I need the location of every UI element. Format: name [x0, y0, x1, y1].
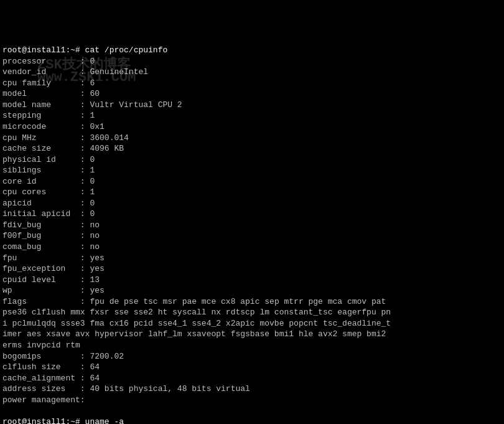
- terminal-line: fpu : yes: [2, 253, 502, 264]
- terminal-line: flags : fpu de pse tsc msr pae mce cx8 a…: [2, 296, 502, 308]
- terminal-line: core id : 0: [2, 176, 502, 187]
- terminal-line: apicid : 0: [2, 198, 502, 209]
- terminal-content: root@install1:~# cat /proc/cpuinfo proce…: [2, 45, 502, 424]
- terminal-line: cpu cores : 1: [2, 187, 502, 198]
- terminal-line: fdiv_bug : no: [2, 220, 502, 231]
- terminal: ZSK技术的博客 www.ZSK1.COM root@install1:~# c…: [0, 0, 504, 424]
- terminal-line: pse36 clflush mmx fxsr sse sse2 ht sysca…: [2, 307, 502, 318]
- terminal-line: stepping : 1: [2, 110, 502, 121]
- terminal-line: model : 60: [2, 88, 502, 100]
- terminal-line: cache size : 4096 KB: [2, 143, 502, 154]
- terminal-line: processor : 0: [2, 56, 502, 67]
- terminal-line: fpu_exception : yes: [2, 263, 502, 275]
- terminal-line: clflush size : 64: [2, 362, 502, 373]
- terminal-line: f00f_bug : no: [2, 230, 502, 242]
- terminal-line: cpu family : 6: [2, 78, 502, 89]
- terminal-line: [2, 405, 502, 417]
- terminal-line: root@install1:~# cat /proc/cpuinfo: [2, 45, 502, 56]
- terminal-line: wp : yes: [2, 285, 502, 296]
- terminal-line: microcode : 0x1: [2, 121, 502, 133]
- terminal-line: coma_bug : no: [2, 242, 502, 253]
- terminal-line: initial apicid : 0: [2, 209, 502, 220]
- terminal-line: cpu MHz : 3600.014: [2, 133, 502, 144]
- terminal-line: i pclmulqdq ssse3 fma cx16 pcid sse4_1 s…: [2, 318, 502, 329]
- terminal-line: model name : Vultr Virtual CPU 2: [2, 100, 502, 111]
- terminal-line: erms invpcid rtm: [2, 340, 502, 351]
- terminal-line: imer aes xsave avx hypervisor lahf_lm xs…: [2, 329, 502, 340]
- terminal-line: root@install1:~# uname -a: [2, 417, 502, 424]
- terminal-line: siblings : 1: [2, 165, 502, 176]
- terminal-line: address sizes : 40 bits physical, 48 bit…: [2, 384, 502, 395]
- terminal-line: physical id : 0: [2, 154, 502, 166]
- terminal-line: power management:: [2, 395, 502, 406]
- terminal-line: bogomips : 7200.02: [2, 351, 502, 362]
- terminal-line: cache_alignment : 64: [2, 373, 502, 384]
- terminal-line: cpuid level : 13: [2, 275, 502, 286]
- terminal-line: vendor_id : GenuineIntel: [2, 67, 502, 78]
